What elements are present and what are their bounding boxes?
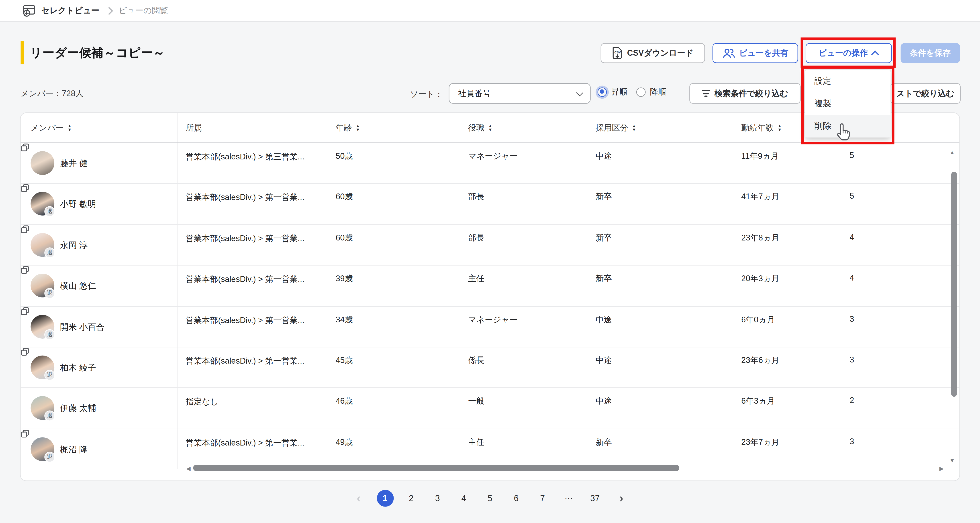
page-button[interactable]: 6 [508,490,525,507]
age: 45歳 [336,355,353,366]
member-name: 伊藤 太輔 [60,403,96,415]
retired-badge: 退 [45,288,55,299]
sort-key-select[interactable]: 社員番号 [449,83,591,104]
menu-item-duplicate[interactable]: 複製 [805,92,891,115]
age: 60歳 [336,191,353,203]
affiliation: 営業本部(salesDiv.) > 第一営業... [186,191,309,204]
page-ellipsis: ··· [560,490,577,507]
table-row[interactable]: 退 開米 小百合 営業本部(salesDiv.) > 第一営業... 34歳 マ… [21,307,959,347]
open-in-new-icon[interactable] [21,265,29,276]
title-accent-bar [21,41,24,64]
descending-radio[interactable] [636,87,646,96]
search-filter-label: 検索条件で絞り込む [714,88,788,99]
share-view-button[interactable]: ビューを共有 [713,43,798,63]
position: 部長 [468,232,484,243]
sort-arrows-icon[interactable]: ▲▼ [488,124,492,132]
metric-value: 3 [833,314,871,323]
open-in-new-icon[interactable] [21,347,29,358]
affiliation: 営業本部(salesDiv.) > 第一営業... [186,354,309,367]
position: 主任 [468,437,484,448]
tenure: 41年7ヵ月 [741,191,780,203]
table-row[interactable]: 藤井 健 営業本部(salesDiv.) > 第三営業... 50歳 マネージャ… [21,143,959,184]
share-users-icon [722,48,735,59]
chevron-up-icon [871,50,879,58]
table-row[interactable]: 退 永岡 淳 営業本部(salesDiv.) > 第一営業... 60歳 部長 … [21,225,959,265]
filter-icon [702,90,710,97]
position: 係長 [468,355,484,366]
sort-arrows-icon[interactable]: ▲▼ [356,124,360,132]
scroll-up-icon[interactable]: ▲ [949,149,955,156]
tenure: 23年6ヵ月 [741,355,780,366]
sort-arrows-icon[interactable]: ▲▼ [778,124,782,132]
sort-arrows-icon[interactable]: ▲▼ [632,124,636,132]
horizontal-scrollbar[interactable] [193,465,679,471]
ascending-radio[interactable] [598,87,607,96]
recruit-type: 中途 [596,355,612,366]
search-filter-button[interactable]: 検索条件で絞り込む [689,83,800,104]
view-operations-button[interactable]: ビューの操作 [806,43,892,63]
prev-page-button[interactable]: ‹ [350,490,367,507]
age: 50歳 [336,151,353,162]
sort-key-value: 社員番号 [458,88,491,99]
pagination: ‹ 1 2 3 4 5 6 7 ··· 37 › [0,490,980,507]
tenure: 11年9ヵ月 [741,151,779,162]
recruit-type: 新卒 [596,437,612,448]
next-page-button[interactable]: › [613,490,630,507]
age: 49歳 [336,437,353,448]
breadcrumb-root[interactable]: セレクトビュー [41,5,99,16]
position: 部長 [468,191,484,203]
metric-value: 5 [833,191,871,201]
scroll-right-icon[interactable]: ▶ [939,466,944,472]
sort-arrows-icon[interactable]: ▲▼ [67,124,72,132]
affiliation: 営業本部(salesDiv.) > 第一営業... [186,232,309,245]
open-in-new-icon[interactable] [21,184,29,195]
view-operations-label: ビューの操作 [819,48,868,59]
table-row[interactable]: 退 伊藤 太輔 指定なし 46歳 一般 中途 6年3ヵ月 2 [21,388,959,429]
page: セレクトビュー ビューの閲覧 リーダー候補～コピー～ CSV CSVダウンロード… [0,0,980,523]
retired-badge: 退 [45,451,55,462]
metric-value: 3 [833,355,871,364]
retired-badge: 退 [45,411,55,421]
page-button-active[interactable]: 1 [377,490,393,507]
open-in-new-icon[interactable] [21,429,29,440]
affiliation: 営業本部(salesDiv.) > 第一営業... [186,436,309,449]
table-row[interactable]: 退 横山 悠仁 営業本部(salesDiv.) > 第一営業... 39歳 主任… [21,265,959,306]
table-row[interactable]: 退 梶沼 隆 営業本部(salesDiv.) > 第一営業... 49歳 主任 … [21,429,959,470]
menu-item-settings[interactable]: 設定 [805,70,891,92]
position: 主任 [468,273,484,285]
csv-download-button[interactable]: CSV CSVダウンロード [601,43,705,63]
hand-cursor-icon [836,122,852,140]
open-in-new-icon[interactable] [21,143,29,154]
list-filter-button[interactable]: ストで絞り込む [890,83,961,104]
header-recruit[interactable]: 採用区分 ▲▼ [596,122,636,134]
open-in-new-icon[interactable] [21,307,29,317]
chevron-down-icon [576,89,583,96]
scroll-left-icon[interactable]: ◀ [186,466,191,472]
breadcrumb-chevron-icon [105,7,113,15]
page-button[interactable]: 5 [482,490,498,507]
vertical-scrollbar[interactable] [951,172,957,397]
recruit-type: 新卒 [596,191,612,203]
table-row[interactable]: 退 小野 敏明 営業本部(salesDiv.) > 第一営業... 60歳 部長… [21,184,959,225]
header-position[interactable]: 役職 ▲▼ [468,122,492,134]
scroll-down-icon[interactable]: ▼ [949,457,955,464]
save-conditions-button[interactable]: 条件を保存 [901,43,960,63]
member-name: 梶沼 隆 [60,444,88,456]
page-button[interactable]: 4 [455,490,472,507]
header-age[interactable]: 年齢 ▲▼ [336,122,360,134]
member-name: 柏木 綾子 [60,362,96,374]
page-button[interactable]: 3 [429,490,446,507]
member-name: 永岡 淳 [60,240,88,251]
page-button[interactable]: 2 [403,490,420,507]
header-tenure[interactable]: 勤続年数 ▲▼ [741,122,782,134]
page-button[interactable]: 37 [587,490,604,507]
recruit-type: 新卒 [596,232,612,243]
page-button[interactable]: 7 [534,490,551,507]
table-row[interactable]: 退 柏木 綾子 営業本部(salesDiv.) > 第一営業... 45歳 係長… [21,347,959,388]
member-count: メンバー：728人 [21,88,84,100]
member-name: 藤井 健 [60,158,88,169]
header-member[interactable]: メンバー ▲▼ [30,122,72,134]
metric-value: 2 [833,396,871,405]
top-bar: セレクトビュー ビューの閲覧 [0,0,980,22]
open-in-new-icon[interactable] [21,225,29,235]
